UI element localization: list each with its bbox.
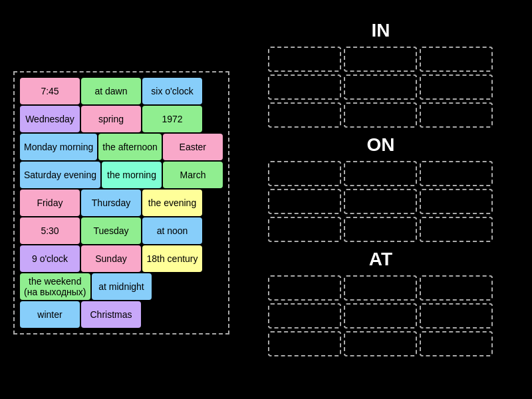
drop-box[interactable] <box>420 217 493 242</box>
word-table: 7:45at dawnsix o'clockWednesdayspring197… <box>13 71 229 334</box>
word-cell[interactable]: at noon <box>142 217 202 244</box>
drop-box[interactable] <box>420 47 493 72</box>
drop-box[interactable] <box>344 217 417 242</box>
drop-box[interactable] <box>344 275 417 301</box>
drop-box[interactable] <box>420 275 493 301</box>
table-row[interactable]: 7:45at dawnsix o'clock <box>20 78 223 104</box>
word-cell[interactable]: 1972 <box>142 106 202 132</box>
table-row[interactable]: 5:30Tuesdayat noon <box>20 217 223 244</box>
drop-grid <box>268 161 493 242</box>
word-cell[interactable]: Sunday <box>81 245 141 272</box>
word-cell[interactable]: the afternoon <box>98 134 162 160</box>
drop-box[interactable] <box>268 189 341 214</box>
word-cell[interactable]: 5:30 <box>20 217 80 244</box>
table-row[interactable]: 9 o'clockSunday18th century <box>20 245 223 272</box>
word-cell[interactable]: 7:45 <box>20 78 80 104</box>
drop-box[interactable] <box>344 102 417 128</box>
word-cell[interactable]: Tuesday <box>81 217 141 244</box>
right-panel: INONAT <box>243 13 519 386</box>
word-cell[interactable]: Monday morning <box>20 134 97 160</box>
zone-section-at: AT <box>243 249 519 356</box>
zone-title: AT <box>369 249 392 270</box>
drop-box[interactable] <box>344 331 417 356</box>
table-row[interactable]: FridayThursdaythe evening <box>20 190 223 216</box>
table-row[interactable]: Saturday eveningthe morningMarch <box>20 162 223 188</box>
drop-box[interactable] <box>344 161 417 186</box>
word-cell[interactable]: six o'clock <box>142 78 202 104</box>
table-row[interactable]: the weekend (на выходных)at midnight <box>20 273 223 300</box>
drop-box[interactable] <box>344 47 417 72</box>
drop-box[interactable] <box>344 303 417 329</box>
drop-box[interactable] <box>268 47 341 72</box>
zone-title: ON <box>366 134 394 156</box>
drop-box[interactable] <box>420 161 493 186</box>
drop-box[interactable] <box>420 189 493 214</box>
word-cell[interactable]: Wednesday <box>20 106 80 132</box>
drop-box[interactable] <box>268 331 341 356</box>
word-cell[interactable]: Thursday <box>81 190 141 216</box>
drop-grid <box>268 47 493 128</box>
drop-box[interactable] <box>268 303 341 329</box>
drop-box[interactable] <box>268 217 341 242</box>
zone-section-on: ON <box>243 134 519 242</box>
drop-grid <box>268 275 493 356</box>
drop-box[interactable] <box>420 303 493 329</box>
drop-box[interactable] <box>420 102 493 128</box>
drop-box[interactable] <box>268 161 341 186</box>
drop-box[interactable] <box>268 74 341 100</box>
word-cell[interactable]: the weekend (на выходных) <box>20 273 90 300</box>
drop-box[interactable] <box>420 331 493 356</box>
word-cell[interactable]: Christmas <box>81 301 141 328</box>
word-cell[interactable]: winter <box>20 301 80 328</box>
table-row[interactable]: Wednesdayspring1972 <box>20 106 223 132</box>
word-cell[interactable]: at midnight <box>92 273 152 300</box>
word-cell[interactable]: 9 o'clock <box>20 245 80 272</box>
word-cell[interactable]: the evening <box>142 190 202 216</box>
drop-box[interactable] <box>344 74 417 100</box>
table-row[interactable]: Monday morningthe afternoonEaster <box>20 134 223 160</box>
zone-section-in: IN <box>243 20 519 128</box>
drop-box[interactable] <box>268 275 341 301</box>
zone-title: IN <box>371 20 390 41</box>
word-cell[interactable]: at dawn <box>81 78 141 104</box>
drop-box[interactable] <box>268 102 341 128</box>
word-cell[interactable]: Friday <box>20 190 80 216</box>
word-cell[interactable]: March <box>163 162 223 188</box>
table-row[interactable]: winterChristmas <box>20 301 223 328</box>
drop-box[interactable] <box>420 74 493 100</box>
word-cell[interactable]: Easter <box>163 134 223 160</box>
word-cell[interactable]: Saturday evening <box>20 162 100 188</box>
word-cell[interactable]: the morning <box>102 162 162 188</box>
drop-box[interactable] <box>344 189 417 214</box>
word-cell[interactable]: 18th century <box>142 245 202 272</box>
word-cell[interactable]: spring <box>81 106 141 132</box>
